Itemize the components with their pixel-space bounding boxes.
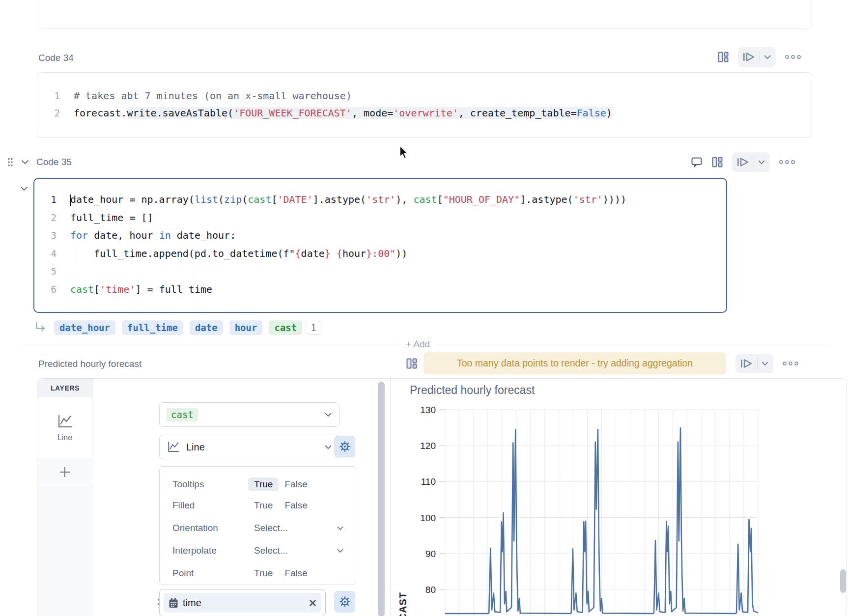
run-cell-play-icon[interactable] [741, 51, 758, 63]
variable-pill[interactable]: date [190, 320, 223, 335]
cell-layout-icon[interactable] [717, 51, 729, 63]
chevron-down-icon [324, 445, 332, 449]
layer-item-line[interactable]: Line [37, 397, 92, 459]
layers-panel-header: LAYERS [37, 379, 93, 398]
variable-pill[interactable]: hour [229, 320, 263, 335]
chevron-down-icon [337, 526, 344, 531]
data-select[interactable]: cast [159, 402, 339, 427]
mouse-cursor [399, 145, 412, 160]
cell-title-code34: Code 34 [38, 53, 74, 63]
cell-above-partial[interactable] [37, 0, 812, 28]
mark-options-panel: Tooltips True False Filled True False Or… [159, 466, 356, 585]
layer-item-label: Line [57, 433, 72, 442]
option-label: Orientation [172, 523, 254, 533]
line-chart-icon [167, 441, 180, 453]
mark-option-row: Orientation Select... [172, 523, 344, 533]
add-layer-button[interactable] [37, 458, 92, 486]
result-variable-pills: date_hourfull_timedatehourcast1 [54, 318, 321, 337]
xaxis-settings-button[interactable] [334, 591, 355, 613]
tooltips-false-button[interactable]: False [284, 479, 307, 490]
more-options-icon[interactable] [779, 159, 795, 165]
code34-content[interactable]: 1# takes abt 7 minutes (on an x-small wa… [39, 87, 806, 122]
run-cell-play-icon[interactable] [738, 358, 755, 369]
notebook-page: Code 34 1# takes abt 7 minutes (on an x-… [0, 0, 848, 616]
mark-option-row: Point True False [172, 568, 344, 579]
run-cell-button-group [738, 47, 776, 67]
cell-layout-icon[interactable] [711, 156, 723, 168]
chevron-down-icon [324, 412, 332, 417]
orientation-select[interactable]: Select... [254, 523, 337, 533]
run-cell-play-icon[interactable] [735, 156, 752, 168]
variable-pill[interactable]: full_time [122, 320, 183, 335]
run-options-chevron-icon[interactable] [756, 160, 767, 165]
collapse-cell-chevron-icon[interactable] [21, 159, 29, 165]
svg-text:130: 130 [420, 405, 436, 415]
svg-text:100: 100 [420, 513, 436, 523]
point-true-button[interactable]: True [254, 568, 273, 579]
option-label: Filled [172, 500, 254, 511]
tooltips-true-button[interactable]: True [248, 477, 279, 491]
run-options-chevron-icon[interactable] [760, 361, 770, 366]
mark-settings-button[interactable] [334, 436, 355, 457]
comment-icon[interactable] [691, 156, 703, 168]
svg-text:FORECAST: FORECAST [397, 592, 408, 616]
gear-icon [339, 595, 351, 608]
cell-title-chart: Predicted hourly forecast [38, 359, 141, 369]
variable-pill[interactable]: cast [269, 320, 302, 335]
run-cell-button-group [735, 354, 773, 373]
option-label: Tooltips [172, 479, 254, 490]
variable-pill[interactable]: date_hour [54, 320, 115, 335]
svg-text:90: 90 [425, 549, 436, 559]
code35-content[interactable]: 1date_hour = np.array(list(zip(cast['DAT… [36, 191, 719, 298]
svg-text:120: 120 [420, 441, 436, 451]
gear-icon [339, 440, 351, 453]
mark-option-row: Filled True False [172, 500, 344, 511]
chart-cell-body: LAYERS Line Data cast Mark Line [37, 378, 847, 616]
drag-handle-icon[interactable] [7, 157, 14, 167]
run-cell-button-group [732, 152, 770, 172]
forecast-line-chart: 1301201101009080FORECAST [389, 379, 847, 616]
collapse-editor-chevron-icon[interactable] [20, 186, 28, 192]
line-chart-icon [57, 414, 73, 429]
option-label: Interpolate [172, 545, 254, 556]
calendar-icon [169, 598, 178, 608]
config-scrollbar[interactable] [378, 382, 385, 616]
mark-option-row: Tooltips True False [172, 477, 344, 491]
mark-select-value: Line [186, 442, 205, 453]
more-options-icon[interactable] [785, 54, 801, 60]
data-select-value: cast [167, 408, 198, 421]
filled-false-button[interactable]: False [284, 500, 307, 511]
chart-scrollbar[interactable] [840, 569, 846, 593]
xaxis-field[interactable]: time [159, 589, 326, 616]
mark-option-row: Interpolate Select... [172, 545, 344, 556]
aggregation-warning-banner: Too many data points to render - try add… [424, 352, 726, 374]
filled-true-button[interactable]: True [254, 500, 273, 511]
interpolate-select[interactable]: Select... [254, 545, 337, 556]
clear-x-icon[interactable] [309, 599, 316, 607]
mark-select[interactable]: Line [159, 435, 339, 459]
result-count-badge: 1 [306, 321, 321, 335]
cell-layout-icon[interactable] [406, 358, 418, 369]
svg-text:110: 110 [421, 476, 436, 487]
point-false-button[interactable]: False [284, 568, 307, 579]
return-arrow-icon [34, 322, 46, 333]
add-cell-button[interactable]: + Add [399, 339, 437, 350]
more-options-icon[interactable] [782, 361, 799, 366]
plus-icon [58, 466, 71, 478]
chevron-down-icon [337, 548, 344, 553]
cell-title-code35: Code 35 [36, 157, 72, 168]
svg-text:80: 80 [425, 585, 436, 595]
xaxis-field-value: time [183, 597, 309, 609]
run-options-chevron-icon[interactable] [762, 55, 773, 59]
option-label: Point [172, 568, 254, 579]
